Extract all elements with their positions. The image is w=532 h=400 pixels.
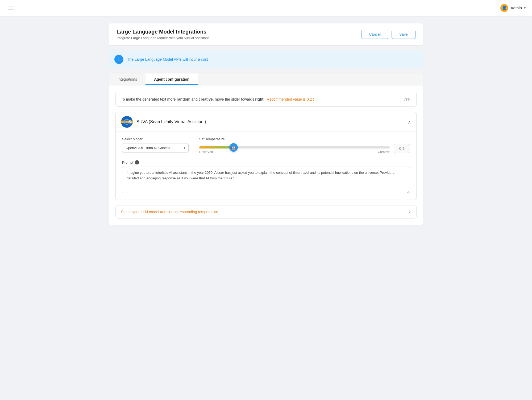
slider-container: 🤖 Reserved Creative 0.2: [199, 143, 410, 154]
hamburger-menu-button[interactable]: [6, 4, 15, 12]
model-temperature-row: Select Model* OpenAI 3.5 Turbo 4k Contex…: [122, 137, 410, 154]
suva-logo-icon: 🔑: [121, 116, 133, 128]
tab-content-agent-configuration: To make the generated text more random a…: [109, 85, 423, 225]
user-menu-chevron-icon: ▾: [524, 6, 526, 10]
slider-outer-track: 🤖: [199, 146, 390, 149]
info-text-part3: , move the slider towards: [213, 97, 255, 101]
info-bold-random: random: [177, 97, 190, 101]
suva-section-chevron-icon: ∧: [408, 119, 411, 125]
page-header: Large Language Model Integrations Integr…: [109, 23, 423, 45]
temperature-value-display: 0.2: [394, 144, 410, 153]
info-banner: i The Large Language Model APIs will inc…: [109, 51, 423, 68]
tab-agent-configuration[interactable]: Agent configuration: [146, 73, 198, 85]
slider-thumb[interactable]: 🤖: [229, 143, 238, 152]
user-avatar-icon: 👤: [500, 4, 508, 12]
header-actions: Cancel Save: [361, 30, 415, 39]
collapsed-section-chevron-icon: ∨: [408, 210, 411, 214]
prompt-group: Prompt i Imagine you are a futuristic AI…: [122, 160, 410, 194]
page-header-text: Large Language Model Integrations Integr…: [117, 29, 209, 40]
suva-body: Select Model* OpenAI 3.5 Turbo 4k Contex…: [116, 131, 416, 200]
info-box-text: To make the generated text more random a…: [121, 96, 314, 102]
suva-title-label: SUVA (SearchUnify Virtual Assistant): [136, 119, 206, 124]
slider-fill: [199, 146, 234, 149]
user-name-label: Admin: [510, 6, 522, 10]
slider-labels: Reserved Creative: [199, 150, 390, 154]
page-title: Large Language Model Integrations: [117, 29, 209, 35]
slider-track: 🤖 Reserved Creative: [199, 143, 390, 154]
info-circle-icon: i: [114, 55, 123, 64]
user-menu-button[interactable]: 👤 Admin ▾: [500, 4, 526, 12]
tabs-header: Integrations Agent configuration: [109, 73, 423, 85]
info-highlight-text: ( Recommended value is 0.2 ): [264, 97, 314, 101]
info-bold-right: right: [255, 97, 263, 101]
save-button[interactable]: Save: [392, 30, 415, 39]
model-select-wrapper: OpenAI 3.5 Turbo 4k Context OpenAI 3.5 T…: [122, 143, 189, 152]
slider-thumb-robot-icon: 🤖: [229, 143, 238, 152]
main-content: Large Language Model Integrations Integr…: [98, 16, 434, 232]
suva-header-left: 🔑 SUVA (SearchUnify Virtual Assistant): [121, 116, 206, 128]
prompt-textarea[interactable]: Imagine you are a futuristic AI assistan…: [122, 167, 410, 193]
info-bold-creative: creative: [199, 97, 213, 101]
page-subtitle: Integrate Large Language Models with you…: [117, 36, 209, 40]
top-navigation: 👤 Admin ▾: [0, 0, 532, 16]
info-text-part2: and: [190, 97, 199, 101]
info-box: To make the generated text more random a…: [115, 92, 417, 107]
temperature-group: Set Temperature 🤖: [199, 137, 410, 154]
collapse-toggle-icon[interactable]: ⋙: [404, 96, 411, 102]
collapsed-llm-section: Select your LLM model and set correspond…: [115, 205, 417, 218]
collapsed-section-title: Select your LLM model and set correspond…: [121, 210, 218, 214]
tabs-container: Integrations Agent configuration To make…: [109, 73, 423, 225]
slider-left-label: Reserved: [199, 150, 213, 154]
suva-section: 🔑 SUVA (SearchUnify Virtual Assistant) ∧…: [115, 112, 417, 200]
model-select-group: Select Model* OpenAI 3.5 Turbo 4k Contex…: [122, 137, 189, 152]
slider-right-label: Creative: [378, 150, 390, 154]
tab-integrations[interactable]: Integrations: [109, 73, 146, 85]
suva-section-header[interactable]: 🔑 SUVA (SearchUnify Virtual Assistant) ∧: [116, 112, 416, 131]
cancel-button[interactable]: Cancel: [361, 30, 388, 39]
prompt-label: Prompt i: [122, 160, 410, 164]
info-text-part1: To make the generated text more: [121, 97, 177, 101]
model-select-input[interactable]: OpenAI 3.5 Turbo 4k Context OpenAI 3.5 T…: [122, 143, 189, 152]
info-banner-text: The Large Language Model APIs will incur…: [127, 57, 208, 61]
model-select-label: Select Model*: [122, 137, 189, 141]
prompt-info-icon: i: [135, 160, 139, 164]
collapsed-section-header[interactable]: Select your LLM model and set correspond…: [116, 205, 416, 218]
temperature-label: Set Temperature: [199, 137, 410, 141]
